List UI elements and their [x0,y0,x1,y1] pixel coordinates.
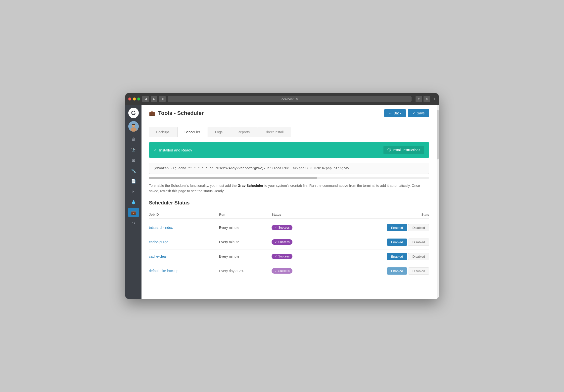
disabled-button[interactable]: Disabled [408,239,429,246]
status-cell: ✓ Success [272,254,324,259]
status-badge: ✓ Success [272,225,292,230]
job-id-link[interactable]: default-site-backup [149,269,178,273]
page-title-icon: 💼 [149,110,155,116]
description-text: To enable the Scheduler's functionality,… [149,183,429,194]
app-layout: G 🗑 🔭 ⊞ 🔧 📄 ✂ 💧 💼 ↪ [125,105,439,299]
badge-check-icon: ✓ [275,240,277,244]
back-button[interactable]: ← Back [384,109,406,117]
run-cell: Every day at 3:0 [219,269,272,273]
page-header: 💼 Tools - Scheduler ← Back ✓ Save [141,105,437,122]
job-id-link[interactable]: cache-purge [149,240,168,244]
maximize-button[interactable] [137,98,140,100]
sidebar-logo[interactable]: G [128,108,139,118]
table-row: cache-purge Every minute ✓ Success [149,235,429,249]
col-run: Run [219,213,272,216]
enabled-button[interactable]: Enabled [387,224,407,231]
sidebar-item-drop[interactable]: 💧 [128,197,139,207]
state-group: Enabled Disabled [359,239,429,246]
avatar[interactable] [128,121,139,132]
page-title-area: 💼 Tools - Scheduler [149,110,204,116]
address-bar[interactable]: localhost ↻ [168,96,412,102]
state-group: Enabled Disabled [359,224,429,231]
state-cell: Enabled Disabled [359,253,429,260]
sidebar-item-plugin[interactable]: ✂ [128,187,139,196]
view-button[interactable]: ⊞ [159,96,166,102]
table-row: default-site-backup Every day at 3:0 ✓ S… [149,264,429,278]
col-status: Status [272,213,324,216]
minimize-button[interactable] [133,98,136,100]
install-instructions-button[interactable]: ⓘ Install Instructions [383,146,424,154]
job-id-link[interactable]: tntsearch-index [149,226,173,230]
status-text: ✓ Installed and Ready [154,148,192,152]
job-id-cell: tntsearch-index [149,226,219,230]
status-cell: ✓ Success [272,268,324,274]
disabled-button[interactable]: Disabled [408,224,429,231]
tabs: Backups Scheduler Logs Reports Direct in… [149,127,429,137]
tab-backups[interactable]: Backups [149,127,177,137]
state-cell: Enabled Disabled [359,224,429,231]
sidebar-item-logout[interactable]: ↪ [128,218,139,228]
run-cell: Every minute [219,254,272,258]
close-button[interactable] [128,98,131,100]
back-nav-button[interactable]: ◀ [142,96,149,102]
scrollbar-indicator[interactable] [149,177,429,179]
url-text: localhost [281,97,293,101]
scrollbar-thumb [149,177,317,179]
status-badge: ✓ Success [272,268,292,274]
info-icon: ⓘ [387,148,391,152]
check-icon: ✓ [412,111,415,115]
share-button[interactable]: ⬆ [416,96,422,102]
browser-chrome: ◀ ▶ ⊞ localhost ↻ ⬆ ⧉ + [125,93,439,105]
job-id-link[interactable]: cache-clear [149,254,167,258]
tab-reports[interactable]: Reports [230,127,257,137]
reload-button[interactable]: ↻ [295,97,298,101]
sidebar-item-grid[interactable]: ⊞ [128,155,139,165]
disabled-button[interactable]: Disabled [408,253,429,260]
status-banner: ✓ Installed and Ready ⓘ Install Instruct… [149,142,429,158]
sidebar-item-trash[interactable]: 🗑 [128,135,139,144]
state-cell: Enabled Disabled [359,267,429,275]
col-state: State [359,213,429,216]
badge-check-icon: ✓ [275,226,277,229]
status-cell: ✓ Success [272,239,324,245]
table-header: Job ID Run Status State [149,211,429,219]
section-title: Scheduler Status [149,200,429,206]
enabled-button[interactable]: Enabled [387,267,407,275]
status-cell: ✓ Success [272,225,324,230]
check-icon: ✓ [154,148,157,152]
job-id-cell: default-site-backup [149,269,219,273]
table-row: cache-clear Every minute ✓ Success [149,249,429,264]
state-group: Enabled Disabled [359,253,429,260]
command-box[interactable]: (crontab -l; echo "* * * * * cd /Users/A… [149,163,429,174]
scrollbar-thumb [437,110,439,159]
col-job-id: Job ID [149,213,219,216]
state-cell: Enabled Disabled [359,239,429,246]
disabled-button[interactable]: Disabled [408,267,429,275]
tab-direct-install[interactable]: Direct install [257,127,291,137]
badge-check-icon: ✓ [275,255,277,258]
badge-check-icon: ✓ [275,269,277,273]
run-cell: Every minute [219,240,272,244]
tab-scheduler[interactable]: Scheduler [177,127,207,137]
col-empty [324,213,359,216]
sidebar-item-page[interactable]: 📄 [128,176,139,186]
content-area: Backups Scheduler Logs Reports Direct in… [141,122,437,299]
enabled-button[interactable]: Enabled [387,239,407,246]
job-id-cell: cache-clear [149,254,219,258]
new-tab-button[interactable]: + [433,97,436,102]
job-id-cell: cache-purge [149,240,219,244]
forward-nav-button[interactable]: ▶ [151,96,157,102]
save-button[interactable]: ✓ Save [408,109,429,117]
enabled-button[interactable]: Enabled [387,253,407,260]
sidebar-item-tools[interactable]: 💼 [128,208,139,217]
sidebar-item-binoculars[interactable]: 🔭 [128,145,139,154]
status-badge: ✓ Success [272,254,292,259]
tab-logs[interactable]: Logs [208,127,230,137]
page-title: Tools - Scheduler [158,110,204,116]
header-actions: ← Back ✓ Save [384,109,429,117]
sidebar-item-wrench[interactable]: 🔧 [128,166,139,175]
status-badge: ✓ Success [272,239,292,245]
new-window-button[interactable]: ⧉ [423,96,430,102]
scrollbar-right[interactable] [437,105,439,299]
status-table: Job ID Run Status State tntsearch-index … [149,211,429,278]
